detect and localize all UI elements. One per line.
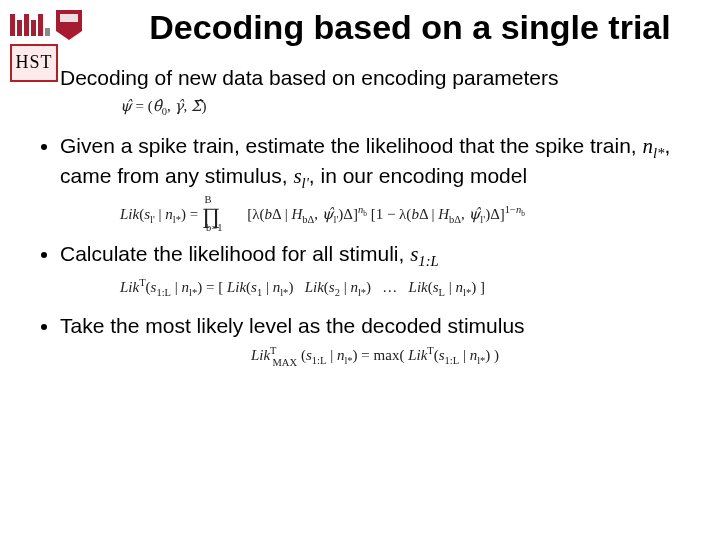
hst-logo: HST: [10, 44, 58, 82]
equation-psi-hat: ψ̂ = (θ̂0, γ̂, Σ̂): [120, 97, 690, 119]
bullet-3: Calculate the likelihood for all stimuli…: [60, 241, 690, 300]
bullet-4-text: Take the most likely level as the decode…: [60, 314, 525, 337]
harvard-shield-icon: [56, 10, 82, 40]
bullet-2-pre: Given a spike train, estimate the likeli…: [60, 134, 642, 157]
bullet-4: Take the most likely level as the decode…: [60, 313, 690, 367]
bullet-2-slsub: l': [302, 175, 309, 191]
bullet-3-pre: Calculate the likelihood for all stimuli…: [60, 242, 410, 265]
bullet-2: Given a spike train, estimate the likeli…: [60, 133, 690, 227]
bullet-2-post: , in our encoding model: [309, 164, 527, 187]
equation-argmax: LikTMAX(s1:L | nl*) = max( LikT(s1:L | n…: [60, 345, 690, 368]
bullet-3-ssub: 1:L: [418, 253, 438, 269]
equation-likelihood: Lik(sl' | nl*) = ∏b=1B [λ(bΔ | HbΔ, ψ̂l'…: [120, 199, 690, 227]
equation-lik-vector: LikT(s1:L | nl*) = [ Lik(s1 | nl*) Lik(s…: [120, 277, 690, 300]
slide-title: Decoding based on a single trial: [130, 8, 690, 47]
bullet-1: Decoding of new data based on encoding p…: [60, 65, 690, 118]
bullet-1-text: Decoding of new data based on encoding p…: [60, 66, 559, 89]
bullet-2-nl: n: [642, 134, 653, 158]
mit-logo-icon: [10, 14, 50, 36]
slide: HST Decoding based on a single trial Dec…: [0, 0, 720, 540]
affiliation-logos: HST: [10, 10, 82, 82]
logo-row-top: [10, 10, 82, 40]
bullet-list: Decoding of new data based on encoding p…: [30, 65, 690, 368]
bullet-2-sl: s: [293, 164, 301, 188]
bullet-2-nlsub: l*: [653, 145, 664, 161]
hst-logo-label: HST: [15, 52, 52, 73]
